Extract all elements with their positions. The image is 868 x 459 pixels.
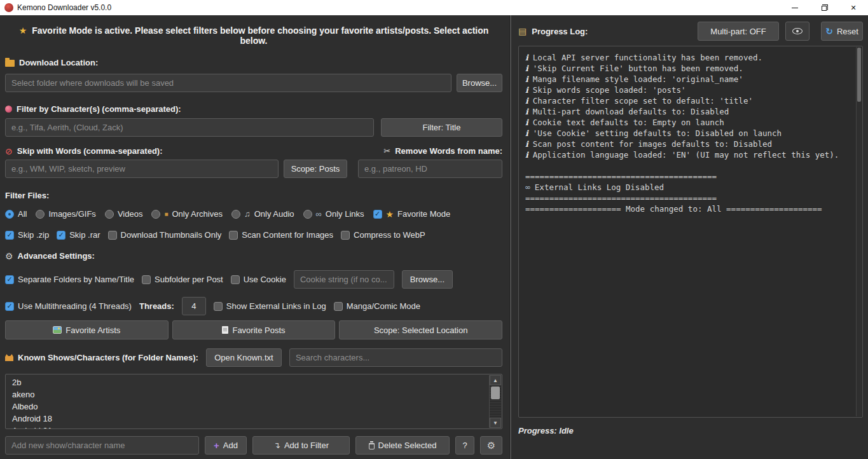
trash-icon xyxy=(369,443,375,449)
character-filter-label-row: Filter by Character(s) (comma-separated)… xyxy=(5,104,502,114)
radio-label: Only Links xyxy=(326,209,364,219)
progress-status: Progress: Idle xyxy=(518,426,863,435)
list-item[interactable]: Albedo xyxy=(6,401,502,413)
skip-remove-inputs-row: Scope: Posts xyxy=(5,160,502,178)
help-button[interactable]: ? xyxy=(455,436,474,455)
checkbox-favorite-mode[interactable]: ★ Favorite Mode xyxy=(373,209,451,219)
checkbox-label: Scan Content for Images xyxy=(242,230,333,240)
add-button[interactable]: + Add xyxy=(205,436,247,455)
log-scrollbar-thumb[interactable] xyxy=(857,48,861,102)
radio-videos[interactable]: Videos xyxy=(105,209,143,219)
checkbox-separate-folders[interactable]: Separate Folders by Name/Title xyxy=(5,275,134,284)
maximize-button[interactable] xyxy=(809,0,839,15)
character-filter-row: Filter: Title xyxy=(5,118,502,137)
scroll-up-button[interactable]: ▲ xyxy=(490,375,501,385)
log-line: iApplication language loaded: 'EN' (UI m… xyxy=(525,149,856,160)
checkbox-label: Skip .zip xyxy=(18,230,49,240)
favorite-actions-row: Favorite Artists Favorite Posts Scope: S… xyxy=(5,320,502,339)
checkbox-label: Favorite Mode xyxy=(397,209,450,219)
eye-button[interactable] xyxy=(785,22,809,41)
download-location-label-row: Download Location: xyxy=(5,58,502,67)
titlebar: Kemono Downloader v5.0.0 ✕ xyxy=(0,0,868,15)
download-location-row: Browse... xyxy=(5,74,502,92)
character-filter-input[interactable] xyxy=(5,118,374,137)
list-item[interactable]: Android 21 xyxy=(6,425,502,429)
clipboard-icon: ▤ xyxy=(518,27,527,36)
list-item[interactable]: Android 18 xyxy=(6,413,502,425)
reset-button[interactable]: ↻ Reset xyxy=(821,22,863,41)
folder-icon xyxy=(5,60,15,67)
filter-files-label-row: Filter Files: xyxy=(5,191,502,200)
app-window: Kemono Downloader v5.0.0 ✕ ★Favorite Mod… xyxy=(0,0,868,459)
checkbox-box xyxy=(373,210,382,219)
favorite-artists-button[interactable]: Favorite Artists xyxy=(5,320,169,339)
cat-icon xyxy=(5,354,13,361)
progress-log-output[interactable]: iLocal API server functionality has been… xyxy=(518,46,863,418)
star-icon: ★ xyxy=(386,210,394,219)
close-button[interactable]: ✕ xyxy=(839,0,868,15)
log-line: iSkip words scope loaded: 'posts' xyxy=(525,85,856,95)
open-known-txt-button[interactable]: Open Known.txt xyxy=(206,348,282,367)
checkbox-box xyxy=(5,231,14,240)
cookie-string-input[interactable] xyxy=(294,270,394,289)
character-filter-scope-button[interactable]: Filter: Title xyxy=(381,118,502,137)
threads-input[interactable] xyxy=(182,297,206,315)
add-to-filter-button[interactable]: ↴ Add to Filter xyxy=(252,436,350,455)
titlebar-left: Kemono Downloader v5.0.0 xyxy=(0,3,780,12)
settings-panel: ★Favorite Mode is active. Please select … xyxy=(0,15,507,459)
button-label: Scope: Selected Location xyxy=(374,325,467,335)
log-text: 'Skip Current File' button has been remo… xyxy=(533,64,743,73)
close-icon: ✕ xyxy=(850,4,856,11)
radio-images-gifs[interactable]: Images/GIFs xyxy=(36,209,95,219)
skip-words-input[interactable] xyxy=(5,160,279,178)
checkbox-show-external-links[interactable]: Show External Links in Log xyxy=(214,301,326,311)
radio-all[interactable]: All xyxy=(5,209,27,219)
radio-only-archives[interactable]: ■ Only Archives xyxy=(151,209,223,219)
checkbox-scan-content[interactable]: Scan Content for Images xyxy=(229,230,333,240)
list-scrollbar[interactable]: ▲ ▼ xyxy=(489,375,501,428)
download-location-input[interactable] xyxy=(5,74,451,92)
checkbox-manga-mode[interactable]: Manga/Comic Mode xyxy=(334,301,420,311)
settings-button[interactable]: ⚙ xyxy=(480,436,502,455)
character-list[interactable]: 2bakenoAlbedoAndroid 18Android 21 ▲ ▼ xyxy=(5,374,502,429)
list-item[interactable]: 2b xyxy=(6,376,502,388)
browse-cookie-button[interactable]: Browse... xyxy=(402,270,453,289)
checkbox-skip-rar[interactable]: Skip .rar xyxy=(57,230,100,240)
remove-words-label-row: ✂ Remove Words from name: xyxy=(383,146,502,156)
log-scrollbar[interactable] xyxy=(856,47,862,416)
checkbox-label: Subfolder per Post xyxy=(155,275,223,284)
scroll-down-button[interactable]: ▼ xyxy=(490,418,501,428)
checkbox-subfolder-per-post[interactable]: Subfolder per Post xyxy=(142,275,223,284)
checkbox-use-cookie[interactable]: Use Cookie xyxy=(231,275,286,284)
character-search-input[interactable] xyxy=(289,348,502,367)
checkbox-use-multithreading[interactable]: Use Multithreading (4 Threads) xyxy=(5,301,132,311)
download-scope-button[interactable]: Scope: Selected Location xyxy=(339,320,502,339)
arrow-down-right-icon: ↴ xyxy=(273,441,280,449)
skip-scope-button[interactable]: Scope: Posts xyxy=(284,160,347,178)
multipart-toggle-button[interactable]: Multi-part: OFF xyxy=(698,22,779,41)
radio-label: Only Audio xyxy=(254,209,294,219)
radio-only-audio[interactable]: ♫ Only Audio xyxy=(231,209,294,219)
remove-words-label: Remove Words from name: xyxy=(395,146,502,156)
checkbox-download-thumbnails[interactable]: Download Thumbnails Only xyxy=(108,230,222,240)
list-scrollbar-thumb[interactable] xyxy=(491,387,500,399)
panel-splitter[interactable] xyxy=(507,15,513,459)
no-entry-icon: ⊘ xyxy=(5,147,13,156)
browse-button[interactable]: Browse... xyxy=(457,74,502,92)
list-item[interactable]: akeno xyxy=(6,388,502,401)
log-line: ∞External Links Log Disabled xyxy=(525,182,856,193)
list-scrollbar-track[interactable] xyxy=(490,385,501,418)
add-character-input[interactable] xyxy=(5,436,199,455)
delete-selected-button[interactable]: Delete Selected xyxy=(355,436,450,455)
notice-text: Favorite Mode is active. Please select f… xyxy=(32,25,488,46)
down-arrow-icon: ▼ xyxy=(493,420,498,426)
log-text: Multi-part download defaults to: Disable… xyxy=(533,107,729,116)
minimize-button[interactable] xyxy=(780,0,809,15)
checkbox-compress-webp[interactable]: Compress to WebP xyxy=(341,230,425,240)
checkbox-skip-zip[interactable]: Skip .zip xyxy=(5,230,49,240)
favorite-posts-button[interactable]: Favorite Posts xyxy=(172,320,336,339)
progress-log-label-row: ▤ Progress Log: xyxy=(518,27,588,36)
info-icon: i xyxy=(525,128,528,138)
remove-words-input[interactable] xyxy=(358,160,502,178)
radio-only-links[interactable]: ∞ Only Links xyxy=(303,209,364,219)
